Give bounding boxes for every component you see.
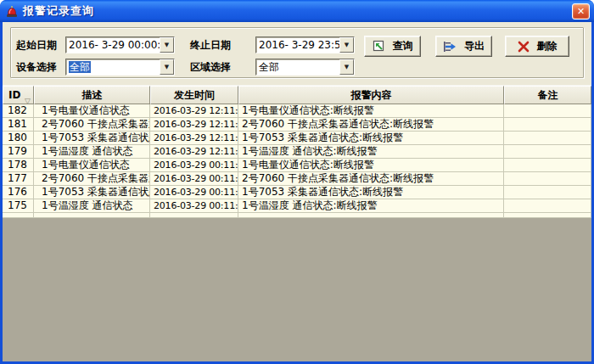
alarm-siren-icon (5, 4, 19, 18)
cell-desc: 1号温湿度 通信状态 (34, 145, 150, 159)
cell-id: 182 (3, 104, 34, 118)
header-description[interactable]: 描述 (34, 86, 150, 104)
query-icon (373, 40, 385, 53)
cell-content: 2号7060 干接点采集器通信状态:断线报警 (238, 118, 504, 132)
cell-note (504, 118, 591, 132)
window-title: 报警记录查询 (23, 3, 94, 19)
cell-desc: 1号电量仪通信状态 (34, 159, 150, 172)
delete-button-label: 删除 (537, 39, 558, 53)
start-date-dropdown-button[interactable]: ▼ (160, 37, 174, 53)
table-row[interactable]: 1781号电量仪通信状态2016-03-29 00:11:51号电量仪通信状态:… (3, 159, 591, 172)
cell-note (504, 145, 591, 159)
cell-content: 2号7060 干接点采集器通信状态:断线报警 (238, 172, 504, 186)
table-row[interactable]: 1801号7053 采集器通信状态2016-03-29 12:11:51号705… (3, 132, 591, 145)
end-date-value: 2016- 3-29 23:59:59 (256, 37, 339, 53)
header-alarm-content[interactable]: 报警内容 (238, 86, 504, 104)
header-id[interactable]: ID ▽ (3, 86, 34, 104)
device-select[interactable]: 全部 ▼ (65, 59, 175, 76)
cell-desc: 1号7053 采集器通信状态 (34, 186, 150, 199)
chevron-down-icon: ▼ (165, 42, 169, 48)
delete-icon (518, 41, 530, 53)
export-button-label: 导出 (464, 39, 485, 53)
cell-content: 1号电量仪通信状态:断线报警 (238, 104, 504, 118)
alarm-table: ID ▽ 描述 发生时间 报警内容 备注 1821号电量仪通信状态2016-03… (3, 85, 591, 361)
sort-desc-icon: ▽ (25, 97, 31, 104)
cell-note (504, 159, 591, 172)
filter-panel: 起始日期 2016- 3-29 00:00:00 ▼ 终止日期 2016- 3-… (3, 22, 591, 85)
header-note[interactable]: 备注 (504, 86, 591, 104)
table-row[interactable]: 1772号7060 干接点采集器通信状态2016-03-29 00:11:52号… (3, 172, 591, 186)
area-dropdown-button[interactable]: ▼ (339, 59, 354, 75)
titlebar: 报警记录查询 ✕ (0, 0, 594, 22)
table-row[interactable]: 1821号电量仪通信状态2016-03-29 12:11:51号电量仪通信状态:… (3, 104, 591, 118)
query-button[interactable]: 查询 (364, 36, 421, 57)
cell-id: 177 (3, 172, 34, 186)
area-select-label: 区域选择 (190, 59, 231, 76)
query-button-label: 查询 (393, 39, 413, 53)
cell-id: 175 (3, 199, 34, 213)
cell-content: 1号7053 采集器通信状态:断线报警 (238, 132, 504, 145)
cell-id: 181 (3, 118, 34, 132)
cell-desc: 1号电量仪通信状态 (34, 104, 150, 118)
cell-time: 2016-03-29 12:11:5 (150, 118, 238, 132)
cell-content: 1号7053 采集器通信状态:断线报警 (238, 186, 504, 199)
start-date-label: 起始日期 (16, 36, 57, 53)
cell-content: 1号温湿度 通信状态:断线报警 (238, 145, 504, 159)
start-date-value: 2016- 3-29 00:00:00 (66, 37, 160, 53)
end-date-dropdown-button[interactable]: ▼ (339, 37, 354, 53)
export-button[interactable]: 导出 (435, 36, 492, 57)
table-row[interactable]: 1751号温湿度 通信状态2016-03-29 00:11:51号温湿度 通信状… (3, 199, 591, 213)
cell-note (504, 132, 591, 145)
app-window: 报警记录查询 ✕ 起始日期 2016- 3-29 00:00:00 ▼ 终止日期… (0, 0, 594, 364)
cell-id: 176 (3, 186, 34, 199)
chevron-down-icon: ▼ (345, 42, 349, 48)
cell-content: 1号温湿度 通信状态:断线报警 (238, 199, 504, 213)
delete-button[interactable]: 删除 (505, 36, 569, 57)
client-area: 起始日期 2016- 3-29 00:00:00 ▼ 终止日期 2016- 3-… (3, 22, 591, 361)
cell-time: 2016-03-29 12:11:5 (150, 132, 238, 145)
end-date-label: 终止日期 (190, 36, 231, 53)
cell-time: 2016-03-29 00:11:5 (150, 199, 238, 213)
empty-workspace (3, 218, 591, 361)
start-date-picker[interactable]: 2016- 3-29 00:00:00 ▼ (65, 36, 175, 53)
table-header: ID ▽ 描述 发生时间 报警内容 备注 (3, 86, 591, 104)
cell-note (504, 186, 591, 199)
cell-content: 1号电量仪通信状态:断线报警 (238, 159, 504, 172)
chevron-down-icon: ▼ (165, 64, 169, 70)
table-row[interactable]: 1761号7053 采集器通信状态2016-03-29 00:11:51号705… (3, 186, 591, 199)
grid-body: 1821号电量仪通信状态2016-03-29 12:11:51号电量仪通信状态:… (3, 104, 591, 213)
cell-time: 2016-03-29 12:11:5 (150, 145, 238, 159)
cell-time: 2016-03-29 00:11:5 (150, 159, 238, 172)
device-select-value: 全部 (66, 59, 160, 75)
close-icon: ✕ (577, 6, 585, 17)
cell-time: 2016-03-29 00:11:5 (150, 172, 238, 186)
close-button[interactable]: ✕ (572, 3, 590, 20)
header-time[interactable]: 发生时间 (150, 86, 238, 104)
cell-desc: 2号7060 干接点采集器通信状态 (34, 172, 150, 186)
filter-groupbox: 起始日期 2016- 3-29 00:00:00 ▼ 终止日期 2016- 3-… (10, 27, 584, 78)
cell-time: 2016-03-29 00:11:5 (150, 186, 238, 199)
cell-note (504, 199, 591, 213)
cell-id: 178 (3, 159, 34, 172)
chevron-down-icon: ▼ (345, 64, 349, 70)
cell-desc: 1号7053 采集器通信状态 (34, 132, 150, 145)
cell-note (504, 104, 591, 118)
area-select[interactable]: 全部 ▼ (255, 59, 355, 76)
end-date-picker[interactable]: 2016- 3-29 23:59:59 ▼ (255, 36, 355, 53)
area-select-value: 全部 (256, 59, 339, 75)
cell-desc: 2号7060 干接点采集器通信状态 (34, 118, 150, 132)
table-row[interactable]: 1812号7060 干接点采集器通信状态2016-03-29 12:11:52号… (3, 118, 591, 132)
cell-note (504, 172, 591, 186)
cell-desc: 1号温湿度 通信状态 (34, 199, 150, 213)
device-select-label: 设备选择 (16, 59, 57, 76)
cell-id: 179 (3, 145, 34, 159)
table-row[interactable]: 1791号温湿度 通信状态2016-03-29 12:11:51号温湿度 通信状… (3, 145, 591, 159)
cell-id: 180 (3, 132, 34, 145)
cell-time: 2016-03-29 12:11:5 (150, 104, 238, 118)
export-icon (443, 41, 457, 53)
device-dropdown-button[interactable]: ▼ (160, 59, 174, 75)
